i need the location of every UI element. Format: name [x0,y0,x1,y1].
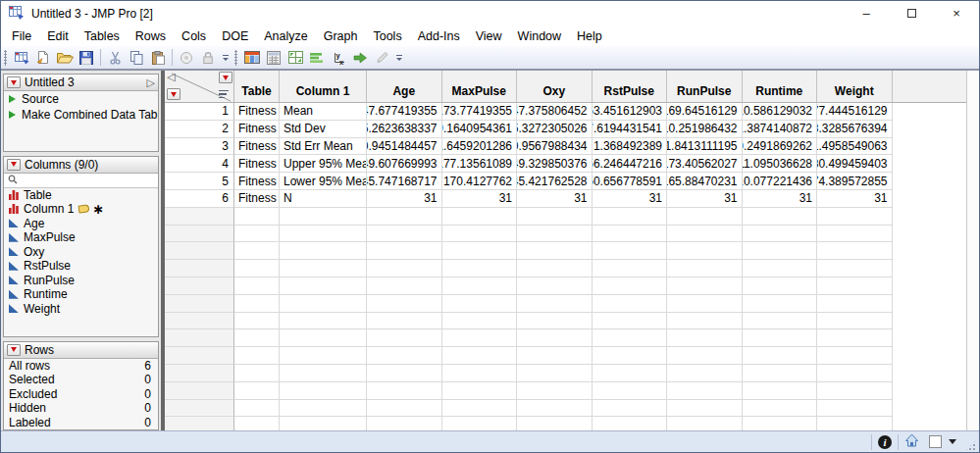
column-list-item-age[interactable]: Age [4,217,158,231]
cut-icon[interactable] [104,48,126,68]
table-row-empty[interactable] [165,400,966,418]
cell[interactable]: 45.421762528 [517,173,593,190]
table-row-empty[interactable] [165,417,966,430]
cell[interactable]: 10.077221436 [743,173,818,190]
cell[interactable]: 77.444516129 [817,103,893,121]
cell[interactable]: 31 [593,190,668,208]
copy-icon[interactable] [126,48,147,68]
row-number[interactable]: 3 [165,138,234,156]
collapse-sidebar-icon[interactable]: ◁ [167,71,175,82]
cell[interactable]: 10.251986432 [667,121,743,138]
sidebar-item-source[interactable]: Source [4,91,158,107]
table-row-empty[interactable] [165,382,966,400]
cell[interactable]: Mean [280,103,367,121]
maximize-button[interactable] [889,1,934,25]
cell[interactable]: 7.6194431541 [593,121,668,138]
resize-grip[interactable] [964,439,977,452]
column-header-weight[interactable]: Weight [817,71,893,103]
menu-tables[interactable]: Tables [77,27,128,45]
cell[interactable]: Std Err Mean [280,138,367,156]
cell[interactable]: 1.8413111195 [667,138,743,156]
columns-red-triangle-icon[interactable] [219,72,232,83]
menu-file[interactable]: File [4,27,39,45]
toolbar-grip[interactable] [234,50,237,66]
row-number[interactable]: 1 [165,103,234,121]
menu-graph[interactable]: Graph [316,27,366,45]
menu-rows[interactable]: Rows [128,27,174,45]
menu-cols[interactable]: Cols [174,27,214,45]
close-button[interactable]: × [934,1,979,25]
home-icon[interactable] [904,433,919,450]
cell[interactable]: 1.368492389 [593,138,668,156]
menu-window[interactable]: Window [510,27,569,45]
vertical-scrollbar[interactable] [966,71,979,430]
column-list-item-weight[interactable]: Weight [4,302,158,317]
paste-icon[interactable] [147,48,169,68]
column-list-item-runtime[interactable]: Runtime [4,287,158,302]
row-lines-icon[interactable] [219,90,229,99]
table-row-empty[interactable] [165,347,966,365]
cell[interactable]: 170.4127762 [442,173,518,190]
toolbar-grip[interactable] [4,50,7,66]
column-list-item-rstpulse[interactable]: RstPulse [4,259,158,274]
column-header-rstpulse[interactable]: RstPulse [593,71,668,103]
cell[interactable]: 31 [817,190,893,208]
open-file-icon[interactable] [54,48,76,68]
column-header-column-1[interactable]: Column 1 [280,71,367,103]
cell[interactable]: 9.1640954361 [442,121,518,138]
sidebar-item-make-combined-data-table[interactable]: Make Combined Data Table [4,107,158,123]
table-row-empty[interactable] [165,208,966,226]
red-triangle-menu-icon[interactable] [7,344,21,356]
column-header-age[interactable]: Age [367,71,442,103]
column-header-runtime[interactable]: Runtime [743,71,818,103]
expand-panel-icon[interactable]: ▷ [147,76,155,89]
window-select-icon[interactable] [929,435,942,448]
cell[interactable]: 0.9451484457 [367,138,442,156]
cell[interactable]: N [280,190,367,208]
cell[interactable]: 31 [442,190,518,208]
cell[interactable]: 0.9567988434 [517,138,593,156]
dropdown-icon[interactable] [949,439,956,444]
menu-analyze[interactable]: Analyze [256,27,315,45]
grid-corner-cell[interactable]: ◁ [165,71,234,103]
table-row-empty[interactable] [165,242,966,260]
column-header-table[interactable]: Table [234,71,280,103]
fit-y-by-x-icon[interactable]: yx [328,48,349,68]
cell[interactable]: 1.6459201286 [442,138,518,156]
column-header-runpulse[interactable]: RunPulse [667,71,743,103]
split-window-icon[interactable] [284,48,306,68]
formula-editor-icon[interactable] [263,48,284,68]
red-triangle-menu-icon[interactable] [7,159,21,171]
table-row-empty[interactable] [165,365,966,382]
column-header-maxpulse[interactable]: MaxPulse [442,71,518,103]
cell[interactable]: 173.77419355 [442,103,518,121]
table-row-empty[interactable] [165,295,966,313]
save-icon[interactable] [76,48,97,68]
cell[interactable]: 49.329850376 [517,155,593,173]
cell[interactable]: 45.747168717 [367,173,442,190]
cell[interactable]: Std Dev [280,121,367,138]
rows-red-triangle-icon[interactable] [167,88,181,100]
cell[interactable]: 5.3272305026 [517,121,593,138]
toolbar-overflow-button[interactable] [396,55,402,61]
cell[interactable]: 49.607669993 [367,155,442,173]
cell[interactable]: 177.13561089 [442,155,518,173]
cell[interactable]: 31 [367,190,442,208]
column-header-oxy[interactable]: Oxy [517,71,593,103]
cell[interactable]: 80.499459403 [817,155,893,173]
cell[interactable]: 0.2491869262 [743,138,818,156]
column-list-item-column-1[interactable]: Column 1 ∗ [4,202,158,217]
column-list-item-runpulse[interactable]: RunPulse [4,274,158,288]
column-list-item-maxpulse[interactable]: MaxPulse [4,230,158,245]
row-number[interactable]: 5 [165,173,234,190]
minimize-button[interactable]: – [844,1,889,25]
cell[interactable]: 50.656778591 [593,173,668,190]
table-row-empty[interactable] [165,329,966,347]
cell[interactable]: 165.88470231 [667,173,743,190]
cell[interactable]: 47.375806452 [517,103,593,121]
menu-tools[interactable]: Tools [365,27,409,45]
menu-doe[interactable]: DOE [214,27,256,45]
cell[interactable]: Fitness [234,121,280,138]
table-row-empty[interactable] [165,277,966,295]
cell[interactable]: 74.389572855 [817,173,893,190]
